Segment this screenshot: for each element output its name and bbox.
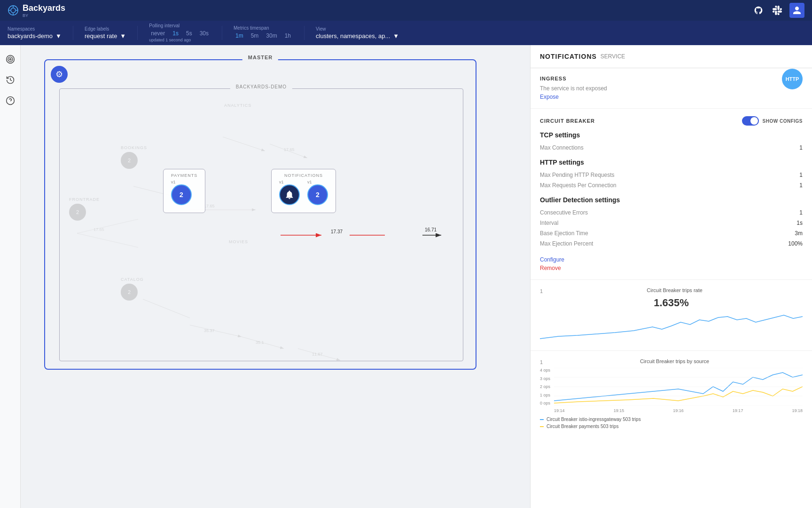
time-label-3: 19:17	[733, 408, 743, 413]
panel-header: NOTIFICATIONS SERVICE	[531, 45, 812, 68]
legend-item-1: Circuit Breaker istio-ingressgateway 503…	[540, 417, 803, 422]
max-ejection-label: Max Ejection Percent	[540, 240, 593, 247]
main-canvas: 17.65 17.65 17.65 17.37 16.71 35.37 35.1	[21, 45, 530, 508]
circuit-breaker-section: CIRCUIT BREAKER SHOW CONFIGS TCP setting…	[531, 109, 812, 280]
edge-labels-group: Edge labels request rate ▼	[85, 26, 126, 40]
movies-group: MOVIES	[229, 239, 248, 244]
notifications-node-v2[interactable]: 2	[307, 184, 328, 205]
legend-item-2: Circuit Breaker payments 503 trips	[540, 424, 803, 429]
slack-icon[interactable]	[771, 4, 784, 17]
brand-sub: BY	[23, 13, 65, 18]
view-value: clusters, namespaces, ap...	[316, 32, 390, 40]
interval-row: Interval 1s	[540, 220, 803, 226]
base-ejection-value: 3m	[795, 230, 803, 237]
catalog-group: CATALOG 2	[121, 277, 144, 301]
left-sidebar	[0, 45, 21, 508]
bookings-group: BOOKINGS 2	[121, 145, 147, 169]
base-ejection-label: Base Ejection Time	[540, 230, 588, 237]
poll-never[interactable]: never	[149, 29, 167, 38]
payments-version: v1	[171, 180, 192, 184]
movies-label: MOVIES	[229, 239, 248, 244]
cb-source-chart: 19:14 19:15 19:16 19:17 19:18	[554, 368, 803, 413]
panel-title: NOTIFICATIONS	[540, 53, 597, 60]
circuit-header: CIRCUIT BREAKER SHOW CONFIGS	[540, 116, 803, 126]
max-connections-value: 1	[799, 144, 803, 151]
analytics-label: ANALYTICS	[224, 103, 251, 108]
chevron-down-icon: ▼	[55, 32, 62, 40]
cb-trips-label: Circuit Breaker trips rate	[547, 287, 803, 293]
notifications-node-main[interactable]	[279, 184, 300, 205]
tcp-settings: TCP settings Max Connections 1	[540, 131, 803, 151]
metrics-label: Metrics timespan	[234, 25, 293, 31]
poll-5s[interactable]: 5s	[184, 29, 194, 38]
namespaces-label: Namespaces	[8, 26, 62, 32]
notifications-group[interactable]: NOTIFICATIONS v1 v1 2	[271, 169, 336, 213]
helm-icon[interactable]: ⚙	[51, 66, 68, 83]
legend-label-1: Circuit Breaker istio-ingressgateway 503…	[547, 417, 641, 422]
target-icon[interactable]	[4, 53, 17, 66]
y-label-2: 2 ops	[540, 384, 550, 389]
brand: Backyards BY	[8, 3, 65, 18]
history-icon[interactable]	[4, 73, 17, 87]
namespaces-group: Namespaces backyards-demo ▼	[8, 26, 62, 40]
poll-30s[interactable]: 30s	[198, 29, 211, 38]
polling-label: Polling interval	[149, 23, 211, 28]
toolbar: Namespaces backyards-demo ▼ Edge labels …	[0, 21, 812, 45]
legend-blue-dot	[540, 419, 544, 420]
y-label-0: 0 ops	[540, 401, 550, 405]
svg-point-4	[9, 58, 11, 60]
payments-content: v1 2	[171, 180, 197, 205]
max-requests-row: Max Requests Per Connection 1	[540, 182, 803, 189]
payments-group: PAYMENTS v1 2	[163, 169, 205, 213]
cb-source-label: Circuit Breaker trips by source	[547, 358, 803, 364]
chevron-down-icon-2: ▼	[120, 32, 126, 40]
catalog-node: 2	[121, 284, 138, 301]
panel-subtitle: SERVICE	[601, 53, 625, 60]
user-icon[interactable]	[789, 3, 804, 18]
metrics-1m[interactable]: 1m	[234, 32, 245, 40]
y-label-4: 4 ops	[540, 368, 550, 373]
frontrade-label: FRONTRADE	[69, 197, 100, 202]
toggle-container: SHOW CONFIGS	[742, 116, 803, 126]
help-icon[interactable]	[4, 94, 17, 107]
poll-1s[interactable]: 1s	[171, 29, 180, 38]
legend-label-2: Circuit Breaker payments 503 trips	[547, 424, 618, 429]
http-title: HTTP settings	[540, 159, 803, 166]
view-label: View	[316, 26, 399, 32]
graph-container: 17.65 17.65 17.65 17.37 16.71 35.37 35.1	[21, 45, 530, 508]
chart-legend: Circuit Breaker istio-ingressgateway 503…	[540, 417, 803, 429]
tcp-title: TCP settings	[540, 131, 803, 139]
divider-4	[304, 26, 304, 40]
master-frame: MASTER ⚙ BACKYARDS-DEMO ANALYTICS BOOKIN…	[44, 59, 476, 370]
y-label-1: 1 ops	[540, 393, 550, 397]
namespaces-select[interactable]: backyards-demo ▼	[8, 32, 62, 40]
notifications-v2-version: v1	[307, 180, 328, 184]
legend-yellow-dot	[540, 426, 544, 427]
divider-1	[73, 26, 73, 40]
demo-frame: BACKYARDS-DEMO ANALYTICS BOOKINGS 2 FRON…	[59, 88, 463, 361]
max-connections-row: Max Connections 1	[540, 144, 803, 151]
expose-link[interactable]: Expose	[540, 94, 559, 100]
notifications-version: v1	[279, 180, 300, 184]
max-pending-value: 1	[799, 172, 803, 178]
ingress-title: INGRESS	[540, 76, 803, 81]
bookings-node: 2	[121, 152, 138, 169]
view-select[interactable]: clusters, namespaces, ap... ▼	[316, 32, 399, 40]
navbar-icons	[752, 3, 804, 18]
edge-labels-select[interactable]: request rate ▼	[85, 32, 126, 40]
max-pending-row: Max Pending HTTP Requests 1	[540, 172, 803, 178]
circuit-breaker-toggle[interactable]	[742, 116, 759, 126]
metrics-5m[interactable]: 5m	[249, 32, 261, 40]
configure-link[interactable]: Configure	[540, 256, 564, 263]
max-requests-label: Max Requests Per Connection	[540, 182, 617, 189]
payments-node[interactable]: 2	[171, 184, 192, 205]
github-icon[interactable]	[752, 4, 765, 17]
show-configs-label: SHOW CONFIGS	[763, 119, 803, 124]
remove-link[interactable]: Remove	[540, 265, 561, 271]
catalog-label: CATALOG	[121, 277, 144, 282]
metrics-30m[interactable]: 30m	[264, 32, 279, 40]
metrics-1h[interactable]: 1h	[283, 32, 293, 40]
brand-logo-icon	[8, 5, 19, 16]
divider-2	[137, 26, 138, 40]
demo-label: BACKYARDS-DEMO	[230, 84, 292, 89]
